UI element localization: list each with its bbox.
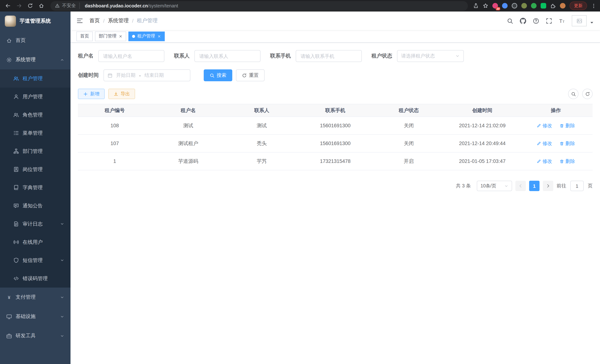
sidebar-item-label: 通知公告 bbox=[23, 202, 43, 209]
sidebar-item-home[interactable]: 首页 bbox=[0, 31, 71, 50]
edit-link[interactable]: 修改 bbox=[536, 122, 552, 129]
extension-icon-2[interactable] bbox=[502, 3, 508, 9]
bookmark-star-icon[interactable] bbox=[483, 3, 488, 9]
page-size-value: 10条/页 bbox=[480, 183, 496, 189]
sidebar-item-infrastructure[interactable]: 基础设施 bbox=[0, 307, 71, 326]
share-icon[interactable] bbox=[473, 3, 479, 9]
help-icon[interactable] bbox=[533, 18, 539, 24]
tag-dept-management[interactable]: 部门管理 bbox=[95, 31, 126, 41]
date-range-picker[interactable]: 开始日期 - 结束日期 bbox=[103, 69, 190, 81]
export-button[interactable]: 导出 bbox=[108, 89, 135, 99]
sidebar-item-audit-log[interactable]: 审计日志 bbox=[0, 215, 71, 233]
close-icon[interactable] bbox=[119, 34, 122, 38]
cell-created: 2021-12-14 20:49:44 bbox=[445, 134, 519, 152]
delete-link[interactable]: 删除 bbox=[560, 140, 575, 147]
search-icon bbox=[210, 73, 215, 78]
sidebar-item-error-code[interactable]: 错误码管理 bbox=[0, 269, 71, 288]
browser-chrome: 不安全 dashboard.yudao.iocoder.cn/system/te… bbox=[0, 0, 600, 11]
tenant-name-input[interactable] bbox=[98, 50, 164, 62]
next-page-button[interactable] bbox=[543, 181, 553, 191]
table-header-row: 租户编号 租户名 联系人 联系手机 租户状态 创建时间 操作 bbox=[78, 104, 593, 117]
add-button[interactable]: 新增 bbox=[78, 89, 105, 99]
sidebar-item-online-users[interactable]: 在线用户 bbox=[0, 233, 71, 251]
extension-icon-4[interactable] bbox=[521, 3, 527, 9]
browser-back-icon[interactable] bbox=[4, 2, 12, 10]
goto-page-input[interactable] bbox=[570, 181, 584, 191]
refresh-table-button[interactable] bbox=[582, 89, 593, 99]
sidebar-item-dict-management[interactable]: 字典管理 bbox=[0, 178, 71, 197]
sidebar-item-post-management[interactable]: 岗位管理 bbox=[0, 160, 71, 178]
tag-home[interactable]: 首页 bbox=[76, 31, 93, 41]
sidebar-item-role-management[interactable]: 角色管理 bbox=[0, 106, 71, 124]
chrome-menu-icon[interactable] bbox=[591, 3, 596, 8]
close-icon[interactable] bbox=[157, 34, 161, 38]
chrome-update-button[interactable]: 更新 bbox=[570, 1, 587, 10]
sidebar-item-label: 错误码管理 bbox=[23, 275, 48, 282]
app-title: 芋道管理系统 bbox=[20, 18, 51, 25]
extension-icon-5[interactable] bbox=[531, 3, 536, 9]
breadcrumb-home[interactable]: 首页 bbox=[89, 18, 100, 24]
sidebar-item-payment[interactable]: ¥ 支付管理 bbox=[0, 288, 71, 307]
caret-down-icon[interactable] bbox=[590, 20, 594, 25]
refresh-icon bbox=[585, 92, 590, 96]
delete-link[interactable]: 删除 bbox=[560, 158, 575, 165]
edit-link[interactable]: 修改 bbox=[536, 140, 552, 147]
delete-link[interactable]: 删除 bbox=[560, 122, 575, 129]
id-badge-icon bbox=[13, 167, 19, 172]
phone-input[interactable] bbox=[296, 50, 362, 62]
sidebar-item-tenant-management[interactable]: 租户管理 bbox=[0, 69, 71, 88]
extensions-puzzle-icon[interactable] bbox=[550, 3, 556, 9]
status-select[interactable]: 请选择租户状态 bbox=[397, 50, 464, 62]
page-number-1[interactable]: 1 bbox=[529, 181, 540, 191]
tag-tenant-management[interactable]: 租户管理 bbox=[128, 31, 165, 41]
browser-home-icon[interactable] bbox=[37, 2, 45, 10]
sidebar-item-sms-management[interactable]: 短信管理 bbox=[0, 251, 71, 269]
app-logo[interactable]: 芋道管理系统 bbox=[0, 11, 71, 31]
reset-button[interactable]: 重置 bbox=[236, 69, 264, 81]
not-secure-warning-icon bbox=[55, 3, 60, 8]
breadcrumb-system[interactable]: 系统管理 bbox=[108, 18, 129, 24]
sidebar-item-label: 短信管理 bbox=[23, 257, 43, 264]
user-avatar[interactable] bbox=[572, 15, 587, 26]
contact-input[interactable] bbox=[194, 50, 261, 62]
sidebar-item-label: 基础设施 bbox=[16, 313, 36, 320]
tag-label: 租户管理 bbox=[137, 33, 155, 39]
code-icon bbox=[13, 276, 19, 281]
browser-reload-icon[interactable] bbox=[26, 2, 34, 10]
add-button-label: 新增 bbox=[90, 91, 99, 97]
sidebar-item-system-management[interactable]: 系统管理 bbox=[0, 50, 71, 69]
edit-link[interactable]: 修改 bbox=[536, 158, 552, 165]
search-button-label: 搜索 bbox=[217, 72, 226, 79]
sidebar-item-user-management[interactable]: 用户管理 bbox=[0, 88, 71, 106]
cell-tenant-id: 107 bbox=[78, 134, 151, 152]
yen-icon: ¥ bbox=[6, 294, 12, 300]
sidebar-item-dept-management[interactable]: 部门管理 bbox=[0, 142, 71, 160]
toggle-search-button[interactable] bbox=[568, 89, 579, 99]
sidebar-item-menu-management[interactable]: 菜单管理 bbox=[0, 124, 71, 142]
extension-icon-3[interactable] bbox=[512, 3, 517, 9]
font-size-icon[interactable]: TT bbox=[559, 18, 565, 24]
column-header: 租户名 bbox=[151, 104, 225, 117]
sidebar-item-dev-tools[interactable]: 研发工具 bbox=[0, 326, 71, 345]
chevron-down-icon bbox=[60, 315, 64, 318]
prev-page-button[interactable] bbox=[516, 181, 526, 191]
cell-contact: 秃头 bbox=[225, 134, 299, 152]
search-icon[interactable] bbox=[507, 18, 513, 24]
github-icon[interactable] bbox=[520, 18, 526, 24]
page-size-select[interactable]: 10条/页 bbox=[477, 181, 512, 191]
collapse-sidebar-icon[interactable] bbox=[76, 18, 83, 24]
extension-icon-1[interactable]: 10 bbox=[492, 3, 498, 9]
reset-button-label: 重置 bbox=[249, 72, 259, 79]
search-button[interactable]: 搜索 bbox=[204, 69, 232, 81]
trash-icon bbox=[560, 123, 564, 128]
browser-forward-icon[interactable] bbox=[15, 2, 23, 10]
url-bar[interactable]: 不安全 dashboard.yudao.iocoder.cn/system/te… bbox=[50, 1, 468, 10]
fullscreen-icon[interactable] bbox=[546, 18, 552, 24]
svg-text:T: T bbox=[559, 18, 562, 24]
toolbox-icon bbox=[6, 333, 12, 339]
extension-icon-6[interactable] bbox=[541, 3, 546, 9]
profile-avatar-icon[interactable] bbox=[560, 3, 565, 9]
home-icon bbox=[6, 38, 12, 43]
url-text: dashboard.yudao.iocoder.cn/system/tenant bbox=[85, 3, 178, 8]
sidebar-item-notice[interactable]: 通知公告 bbox=[0, 197, 71, 215]
